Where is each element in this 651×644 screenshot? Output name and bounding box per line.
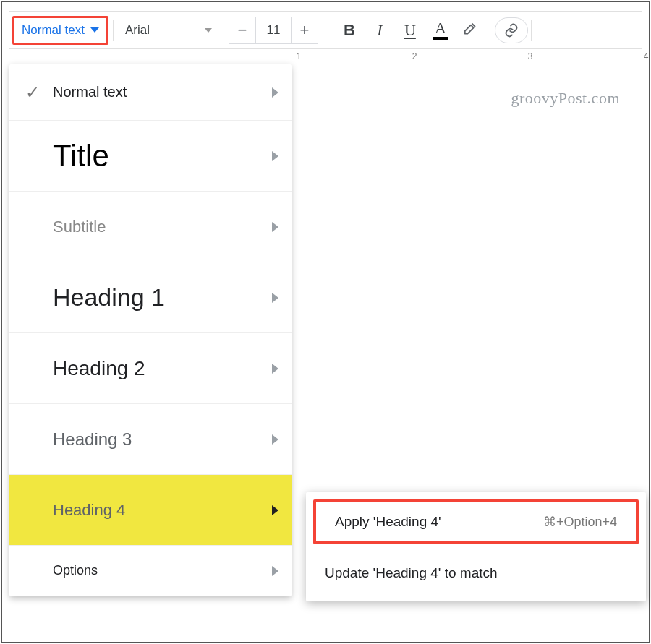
submenu-arrow-icon	[272, 364, 278, 374]
insert-link-button[interactable]	[495, 17, 528, 43]
link-icon	[503, 22, 519, 38]
font-size-group: − +	[229, 17, 318, 44]
caret-down-icon	[90, 27, 99, 33]
style-option-subtitle[interactable]: Subtitle	[9, 192, 292, 262]
ruler-mark: 4	[644, 51, 649, 61]
heading-4-submenu: Apply 'Heading 4' ⌘+Option+4 Update 'Hea…	[306, 492, 646, 601]
underline-button[interactable]: U	[396, 17, 425, 44]
submenu-label: Update 'Heading 4' to match	[325, 565, 498, 581]
style-label: Subtitle	[53, 218, 272, 236]
submenu-arrow-icon	[272, 505, 278, 515]
paragraph-styles-dropdown[interactable]: Normal text	[12, 16, 109, 45]
underline-icon: U	[404, 24, 416, 37]
apply-heading-4-item[interactable]: Apply 'Heading 4' ⌘+Option+4	[313, 499, 639, 544]
ruler-mark: 3	[528, 51, 533, 61]
paragraph-styles-label: Normal text	[22, 23, 85, 38]
submenu-label: Apply 'Heading 4'	[335, 514, 441, 530]
text-color-icon: A	[435, 21, 446, 35]
font-size-input[interactable]	[256, 17, 291, 44]
caret-down-icon	[205, 28, 212, 33]
app-frame: Normal text Arial − + B I U A	[1, 1, 650, 643]
style-option-options[interactable]: Options	[9, 546, 292, 596]
style-label: Normal text	[53, 84, 272, 100]
decrease-font-size-button[interactable]: −	[229, 17, 256, 44]
italic-button[interactable]: I	[365, 17, 394, 44]
style-option-heading-3[interactable]: Heading 3	[9, 404, 292, 475]
text-color-button[interactable]: A	[426, 17, 455, 44]
toolbar: Normal text Arial − + B I U A	[9, 11, 642, 48]
check-icon: ✓	[25, 82, 53, 103]
toolbar-separator	[224, 20, 224, 41]
toolbar-separator	[323, 20, 323, 41]
submenu-arrow-icon	[272, 222, 278, 232]
bold-button[interactable]: B	[335, 17, 364, 44]
font-family-dropdown[interactable]: Arial	[118, 16, 219, 45]
keyboard-shortcut: ⌘+Option+4	[543, 514, 617, 530]
style-label: Heading 4	[53, 501, 272, 520]
style-label: Heading 2	[53, 357, 272, 380]
style-option-normal-text[interactable]: ✓ Normal text	[9, 64, 292, 121]
style-option-title[interactable]: Title	[9, 121, 292, 192]
toolbar-separator	[531, 20, 532, 41]
style-option-heading-1[interactable]: Heading 1	[9, 262, 292, 333]
style-label: Heading 3	[53, 429, 272, 450]
submenu-divider	[320, 549, 631, 549]
ruler-mark: 2	[412, 51, 417, 61]
style-option-heading-2[interactable]: Heading 2	[9, 333, 292, 404]
font-family-label: Arial	[125, 23, 150, 38]
submenu-arrow-icon	[272, 87, 278, 98]
submenu-arrow-icon	[272, 434, 278, 445]
watermark-text: groovyPost.com	[511, 89, 620, 108]
toolbar-separator	[490, 20, 490, 41]
paragraph-styles-menu: ✓ Normal text Title Subtitle Heading 1 H…	[9, 64, 292, 596]
style-option-heading-4[interactable]: Heading 4	[9, 475, 292, 546]
style-label: Options	[53, 563, 272, 578]
horizontal-ruler[interactable]: 1 2 3 4	[9, 48, 642, 64]
style-label: Heading 1	[53, 283, 272, 312]
submenu-arrow-icon	[272, 566, 278, 576]
update-heading-4-item[interactable]: Update 'Heading 4' to match	[306, 551, 646, 596]
highlighter-icon	[463, 22, 479, 38]
submenu-arrow-icon	[272, 151, 278, 161]
increase-font-size-button[interactable]: +	[291, 17, 318, 44]
submenu-arrow-icon	[272, 293, 278, 303]
toolbar-separator	[113, 20, 114, 41]
text-color-swatch	[433, 37, 448, 40]
highlight-color-button[interactable]	[456, 17, 485, 44]
text-format-group: B I U A	[335, 17, 485, 44]
ruler-mark: 1	[297, 51, 302, 61]
style-label: Title	[53, 139, 272, 173]
